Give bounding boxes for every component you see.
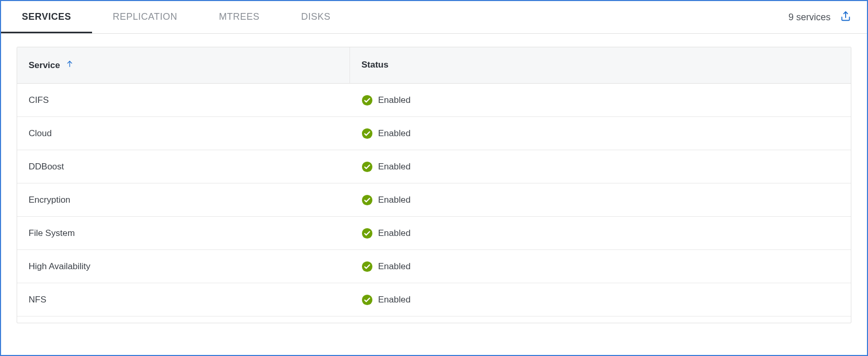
cell-service: File System	[17, 228, 350, 239]
cell-status: Enabled	[350, 294, 851, 306]
export-icon[interactable]	[840, 10, 851, 24]
table-row[interactable]: CIFSEnabled	[17, 84, 851, 117]
header-bar: SERVICESREPLICATIONMTREESDISKS 9 service…	[1, 1, 867, 34]
cell-service: High Availability	[17, 261, 350, 272]
cell-service: Cloud	[17, 128, 350, 139]
services-table: Service Status CIFSEnabledCloudEnabledDD…	[17, 47, 851, 323]
tabs: SERVICESREPLICATIONMTREESDISKS	[1, 1, 351, 33]
check-circle-icon	[361, 228, 373, 239]
tab-disks[interactable]: DISKS	[280, 1, 352, 33]
table-row[interactable]: CloudEnabled	[17, 117, 851, 150]
cell-status: Enabled	[350, 261, 851, 272]
content: Service Status CIFSEnabledCloudEnabledDD…	[1, 34, 867, 323]
status-text: Enabled	[378, 195, 410, 205]
cell-status: Enabled	[350, 161, 851, 173]
table-header: Service Status	[17, 47, 851, 84]
table-body[interactable]: CIFSEnabledCloudEnabledDDBoostEnabledEnc…	[17, 84, 851, 323]
status-text: Enabled	[378, 228, 410, 239]
check-circle-icon	[361, 294, 373, 306]
status-text: Enabled	[378, 162, 410, 172]
services-count: 9 services	[788, 12, 831, 23]
cell-service: DDBoost	[17, 162, 350, 172]
column-header-status[interactable]: Status	[350, 47, 851, 83]
column-header-service[interactable]: Service	[17, 47, 350, 83]
tab-replication[interactable]: REPLICATION	[92, 1, 198, 33]
header-right: 9 services	[788, 10, 851, 24]
status-text: Enabled	[378, 295, 410, 305]
cell-status: Enabled	[350, 194, 851, 206]
cell-service: CIFS	[17, 95, 350, 106]
check-circle-icon	[361, 261, 373, 272]
table-row[interactable]: DDBoostEnabled	[17, 150, 851, 183]
status-text: Enabled	[378, 128, 410, 139]
table-row[interactable]: High AvailabilityEnabled	[17, 250, 851, 283]
tab-services[interactable]: SERVICES	[1, 1, 92, 33]
cell-status: Enabled	[350, 95, 851, 106]
cell-status: Enabled	[350, 128, 851, 139]
cell-service: NFS	[17, 295, 350, 305]
status-text: Enabled	[378, 261, 410, 272]
status-text: Enabled	[378, 95, 410, 106]
check-circle-icon	[361, 95, 373, 106]
column-header-status-label: Status	[361, 60, 388, 70]
tab-mtrees[interactable]: MTREES	[198, 1, 280, 33]
check-circle-icon	[361, 194, 373, 206]
cell-status: Enabled	[350, 228, 851, 239]
column-header-service-label: Service	[29, 60, 60, 71]
table-row[interactable]: EncryptionEnabled	[17, 183, 851, 217]
table-row[interactable]: File SystemEnabled	[17, 217, 851, 250]
check-circle-icon	[361, 128, 373, 139]
check-circle-icon	[361, 161, 373, 173]
cell-service: Encryption	[17, 195, 350, 205]
arrow-up-icon	[66, 60, 74, 71]
table-row[interactable]: NFSEnabled	[17, 283, 851, 317]
